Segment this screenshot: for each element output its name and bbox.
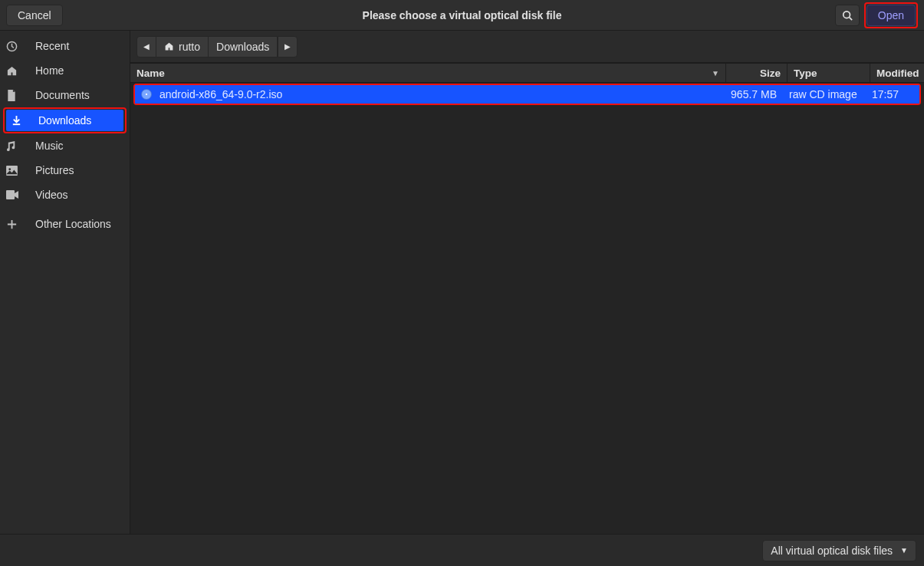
svg-point-0 <box>843 11 850 18</box>
svg-point-5 <box>8 168 11 170</box>
column-label: Modified <box>876 67 919 79</box>
main-pane: ◀ rutto Downloads ▶ Name ▼ <box>130 31 924 534</box>
sidebar-item-downloads[interactable]: Downloads <box>6 110 123 131</box>
header-bar: Cancel Please choose a virtual optical d… <box>0 0 924 31</box>
column-label: Name <box>136 67 165 79</box>
document-icon <box>6 90 26 101</box>
sidebar-item-recent[interactable]: Recent <box>0 34 130 58</box>
clock-icon <box>6 41 26 52</box>
sidebar-item-pictures[interactable]: Pictures <box>0 158 130 183</box>
sidebar-item-downloads-highlight: Downloads <box>3 107 127 133</box>
triangle-left-icon: ◀ <box>143 42 150 51</box>
filter-label: All virtual optical disk files <box>771 545 893 557</box>
file-size: 965.7 MB <box>731 88 777 100</box>
chevron-down-icon: ▼ <box>900 546 908 554</box>
file-list-pane: Name ▼ Size Type Modified <box>130 63 924 534</box>
sidebar-item-music[interactable]: Music <box>0 133 130 158</box>
picture-icon <box>6 166 26 176</box>
column-header-size[interactable]: Size <box>726 64 788 82</box>
file-name: android-x86_64-9.0-r2.iso <box>159 88 282 100</box>
file-list-header: Name ▼ Size Type Modified <box>130 63 924 83</box>
sidebar-item-label: Pictures <box>35 164 74 176</box>
sidebar-item-label: Documents <box>35 89 90 101</box>
download-icon <box>11 115 31 127</box>
file-row-highlight: android-x86_64-9.0-r2.iso 965.7 MB raw C… <box>133 84 921 105</box>
sidebar-item-label: Home <box>35 64 64 77</box>
path-forward-button[interactable]: ▶ <box>278 36 298 58</box>
sidebar-item-documents[interactable]: Documents <box>0 83 130 107</box>
sidebar-item-home[interactable]: Home <box>0 58 130 83</box>
video-icon <box>6 190 26 199</box>
music-icon <box>6 140 26 152</box>
path-segment-current[interactable]: Downloads <box>209 36 278 58</box>
dialog-title: Please choose a virtual optical disk fil… <box>0 9 924 21</box>
home-icon <box>6 65 26 77</box>
path-back-button[interactable]: ◀ <box>136 36 156 58</box>
column-header-type[interactable]: Type <box>788 64 870 82</box>
home-icon <box>164 41 174 51</box>
sidebar-item-other-locations[interactable]: Other Locations <box>0 212 130 236</box>
sidebar-item-label: Music <box>35 140 64 152</box>
plus-icon <box>6 219 26 230</box>
sidebar-item-label: Recent <box>35 40 69 52</box>
file-list[interactable]: android-x86_64-9.0-r2.iso 965.7 MB raw C… <box>130 83 924 534</box>
sidebar-item-label: Downloads <box>38 114 91 127</box>
column-label: Type <box>794 67 817 79</box>
footer-bar: All virtual optical disk files ▼ <box>0 534 924 566</box>
disc-icon <box>141 89 152 100</box>
file-modified: 17:57 <box>872 88 899 100</box>
sidebar-item-label: Videos <box>35 189 68 201</box>
svg-rect-3 <box>13 123 20 125</box>
path-segment-label: rutto <box>179 41 200 53</box>
path-bar: ◀ rutto Downloads ▶ <box>130 31 924 63</box>
file-type: raw CD image <box>789 88 857 100</box>
path-segment-label: Downloads <box>216 41 269 53</box>
sidebar-item-videos[interactable]: Videos <box>0 183 130 207</box>
svg-line-1 <box>849 17 852 20</box>
search-icon <box>842 10 853 21</box>
open-button-highlight: Open <box>864 2 918 28</box>
open-button[interactable]: Open <box>866 5 916 26</box>
svg-rect-6 <box>6 190 15 199</box>
column-header-modified[interactable]: Modified <box>870 64 924 82</box>
file-row[interactable]: android-x86_64-9.0-r2.iso 965.7 MB raw C… <box>135 85 919 104</box>
column-header-name[interactable]: Name ▼ <box>130 64 726 82</box>
column-label: Size <box>760 67 781 79</box>
cancel-button[interactable]: Cancel <box>6 5 63 26</box>
file-type-filter[interactable]: All virtual optical disk files ▼ <box>762 540 916 561</box>
sort-indicator-icon: ▼ <box>712 69 719 77</box>
sidebar-item-label: Other Locations <box>35 218 111 230</box>
places-sidebar: Recent Home Documents Downloads <box>0 31 130 534</box>
search-button[interactable] <box>835 5 860 26</box>
path-segment-home[interactable]: rutto <box>156 36 209 58</box>
triangle-right-icon: ▶ <box>284 42 291 51</box>
